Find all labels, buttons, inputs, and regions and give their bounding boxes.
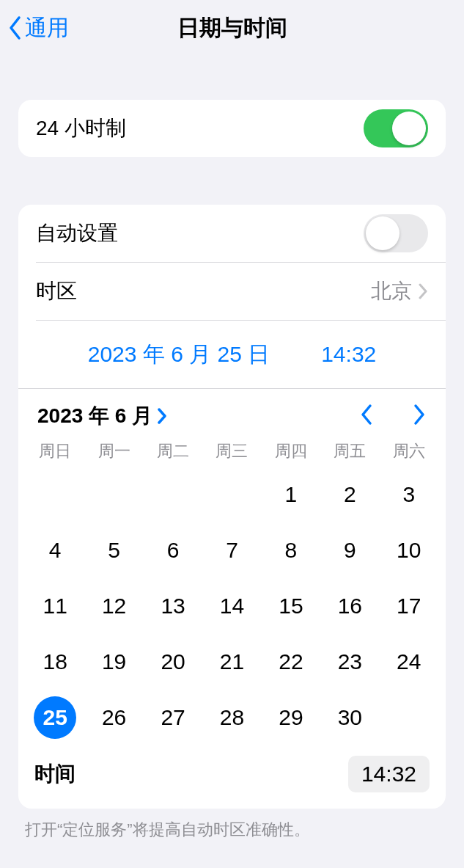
weekday-row: 周日周一周二周三周四周五周六 <box>18 433 446 467</box>
day-cell[interactable]: 12 <box>84 578 143 634</box>
day-cell[interactable]: 9 <box>320 522 379 578</box>
value-timezone: 北京 <box>371 277 412 305</box>
weekday-label: 周一 <box>84 440 143 462</box>
day-cell[interactable]: 17 <box>380 578 438 634</box>
day-cell[interactable]: 5 <box>84 522 143 578</box>
row-24h: 24 小时制 <box>18 100 446 157</box>
day-cell[interactable]: 21 <box>202 634 261 690</box>
day-cell[interactable]: 28 <box>202 690 261 745</box>
chevron-right-icon <box>157 408 167 424</box>
day-cell[interactable]: 13 <box>144 578 202 634</box>
weekday-label: 周二 <box>144 440 202 462</box>
day-cell[interactable]: 2 <box>320 467 379 522</box>
label-24h: 24 小时制 <box>36 114 126 142</box>
nav-bar: 通用 日期与时间 <box>0 0 464 56</box>
day-blank <box>26 467 84 522</box>
time-button[interactable]: 14:32 <box>348 756 430 792</box>
weekday-label: 周三 <box>202 440 261 462</box>
row-picked-datetime: 2023 年 6 月 25 日 14:32 <box>18 321 446 388</box>
day-cell[interactable]: 7 <box>202 522 261 578</box>
day-cell[interactable]: 1 <box>262 467 320 522</box>
picked-time[interactable]: 14:32 <box>321 342 376 367</box>
day-blank <box>202 467 261 522</box>
day-blank <box>144 467 202 522</box>
day-cell[interactable]: 14 <box>202 578 261 634</box>
weekday-label: 周日 <box>26 440 84 462</box>
day-cell[interactable]: 23 <box>320 634 379 690</box>
day-blank <box>84 467 143 522</box>
chevron-left-icon <box>359 404 374 426</box>
group-24h: 24 小时制 <box>18 100 446 157</box>
day-cell[interactable]: 30 <box>320 690 379 745</box>
calendar-header: 2023 年 6 月 <box>18 389 446 433</box>
label-timezone: 时区 <box>36 277 77 305</box>
day-cell[interactable]: 22 <box>262 634 320 690</box>
day-cell[interactable]: 18 <box>26 634 84 690</box>
weekday-label: 周五 <box>320 440 379 462</box>
chevron-right-icon <box>412 404 427 426</box>
back-button[interactable]: 通用 <box>7 13 69 43</box>
day-cell[interactable]: 6 <box>144 522 202 578</box>
prev-month-button[interactable] <box>359 404 374 428</box>
picked-date[interactable]: 2023 年 6 月 25 日 <box>88 340 270 370</box>
weekday-label: 周四 <box>262 440 320 462</box>
day-cell[interactable]: 3 <box>380 467 438 522</box>
row-auto: 自动设置 <box>18 205 446 262</box>
day-cell[interactable]: 15 <box>262 578 320 634</box>
toggle-auto[interactable] <box>364 214 428 252</box>
month-nav <box>359 404 427 428</box>
day-cell[interactable]: 29 <box>262 690 320 745</box>
row-timezone[interactable]: 时区 北京 <box>18 263 446 320</box>
page-title: 日期与时间 <box>0 13 464 43</box>
next-month-button[interactable] <box>412 404 427 428</box>
toggle-24h[interactable] <box>364 109 428 147</box>
time-label: 时间 <box>34 760 76 788</box>
day-cell[interactable]: 24 <box>380 634 438 690</box>
chevron-left-icon <box>7 15 23 41</box>
day-cell[interactable]: 8 <box>262 522 320 578</box>
day-cell[interactable]: 10 <box>380 522 438 578</box>
group-datetime: 自动设置 时区 北京 2023 年 6 月 25 日 14:32 2023 年 … <box>18 205 446 809</box>
day-cell[interactable]: 25 <box>26 690 84 745</box>
calendar-grid: 1234567891011121314151617181920212223242… <box>18 467 446 753</box>
day-cell[interactable]: 19 <box>84 634 143 690</box>
month-label: 2023 年 6 月 <box>37 402 152 430</box>
day-cell[interactable]: 26 <box>84 690 143 745</box>
day-cell[interactable]: 4 <box>26 522 84 578</box>
day-cell[interactable]: 16 <box>320 578 379 634</box>
label-auto: 自动设置 <box>36 219 118 247</box>
back-label: 通用 <box>25 13 69 43</box>
footer-note: 打开“定位服务”将提高自动时区准确性。 <box>25 819 439 841</box>
chevron-right-icon <box>418 283 428 299</box>
weekday-label: 周六 <box>380 440 438 462</box>
day-cell[interactable]: 11 <box>26 578 84 634</box>
month-button[interactable]: 2023 年 6 月 <box>37 402 167 430</box>
time-row: 时间 14:32 <box>18 753 446 809</box>
day-cell[interactable]: 27 <box>144 690 202 745</box>
day-cell[interactable]: 20 <box>144 634 202 690</box>
